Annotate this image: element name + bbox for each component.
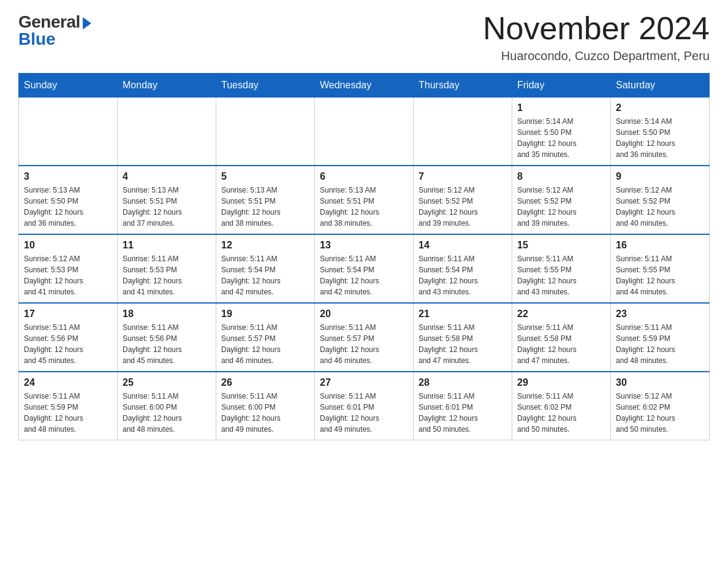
calendar-cell: 21Sunrise: 5:11 AMSunset: 5:58 PMDayligh… xyxy=(414,303,512,372)
day-number: 7 xyxy=(419,171,507,182)
day-info: Sunrise: 5:11 AMSunset: 5:55 PMDaylight:… xyxy=(616,253,704,297)
day-number: 14 xyxy=(419,240,507,251)
day-number: 18 xyxy=(123,308,211,320)
calendar-cell: 14Sunrise: 5:11 AMSunset: 5:54 PMDayligh… xyxy=(414,234,512,303)
day-info: Sunrise: 5:12 AMSunset: 6:02 PMDaylight:… xyxy=(616,391,704,435)
day-info: Sunrise: 5:11 AMSunset: 6:00 PMDaylight:… xyxy=(221,391,309,435)
day-info: Sunrise: 5:11 AMSunset: 5:55 PMDaylight:… xyxy=(517,253,605,297)
day-number: 26 xyxy=(221,377,309,388)
day-number: 12 xyxy=(221,240,309,251)
day-info: Sunrise: 5:12 AMSunset: 5:52 PMDaylight:… xyxy=(616,185,704,229)
day-of-week-header: Friday xyxy=(512,74,611,98)
calendar-cell: 10Sunrise: 5:12 AMSunset: 5:53 PMDayligh… xyxy=(19,234,118,303)
day-info: Sunrise: 5:11 AMSunset: 5:58 PMDaylight:… xyxy=(419,322,507,366)
logo: General Blue xyxy=(18,12,91,49)
title-section: November 2024 Huarocondo, Cuzco Departme… xyxy=(483,12,710,63)
day-number: 29 xyxy=(517,377,605,388)
calendar-cell: 27Sunrise: 5:11 AMSunset: 6:01 PMDayligh… xyxy=(315,372,414,440)
calendar-cell: 17Sunrise: 5:11 AMSunset: 5:56 PMDayligh… xyxy=(19,303,118,372)
day-info: Sunrise: 5:11 AMSunset: 6:00 PMDaylight:… xyxy=(123,391,211,435)
day-info: Sunrise: 5:11 AMSunset: 6:01 PMDaylight:… xyxy=(320,391,408,435)
day-of-week-header: Sunday xyxy=(19,74,118,98)
calendar-cell xyxy=(414,98,512,166)
day-info: Sunrise: 5:11 AMSunset: 6:02 PMDaylight:… xyxy=(517,391,605,435)
day-number: 2 xyxy=(616,102,704,113)
day-info: Sunrise: 5:11 AMSunset: 5:58 PMDaylight:… xyxy=(517,322,605,366)
calendar-cell: 4Sunrise: 5:13 AMSunset: 5:51 PMDaylight… xyxy=(118,166,216,234)
day-number: 20 xyxy=(320,308,408,320)
day-number: 11 xyxy=(123,240,211,251)
day-info: Sunrise: 5:11 AMSunset: 5:54 PMDaylight:… xyxy=(419,253,507,297)
day-info: Sunrise: 5:11 AMSunset: 5:59 PMDaylight:… xyxy=(24,391,112,435)
calendar-cell: 2Sunrise: 5:14 AMSunset: 5:50 PMDaylight… xyxy=(611,98,710,166)
day-number: 13 xyxy=(320,240,408,251)
calendar-cell: 9Sunrise: 5:12 AMSunset: 5:52 PMDaylight… xyxy=(611,166,710,234)
day-info: Sunrise: 5:12 AMSunset: 5:53 PMDaylight:… xyxy=(24,253,112,297)
calendar-week-row: 17Sunrise: 5:11 AMSunset: 5:56 PMDayligh… xyxy=(19,303,710,372)
day-number: 1 xyxy=(517,102,605,113)
calendar-cell: 19Sunrise: 5:11 AMSunset: 5:57 PMDayligh… xyxy=(216,303,315,372)
day-info: Sunrise: 5:14 AMSunset: 5:50 PMDaylight:… xyxy=(517,116,605,160)
day-number: 5 xyxy=(221,171,309,182)
calendar-cell: 3Sunrise: 5:13 AMSunset: 5:50 PMDaylight… xyxy=(19,166,118,234)
calendar-cell: 25Sunrise: 5:11 AMSunset: 6:00 PMDayligh… xyxy=(118,372,216,440)
day-info: Sunrise: 5:11 AMSunset: 5:56 PMDaylight:… xyxy=(24,322,112,366)
calendar-cell: 20Sunrise: 5:11 AMSunset: 5:57 PMDayligh… xyxy=(315,303,414,372)
logo-blue-text: Blue xyxy=(18,29,56,49)
day-info: Sunrise: 5:12 AMSunset: 5:52 PMDaylight:… xyxy=(419,185,507,229)
month-title: November 2024 xyxy=(483,12,710,44)
day-number: 28 xyxy=(419,377,507,388)
calendar-cell: 15Sunrise: 5:11 AMSunset: 5:55 PMDayligh… xyxy=(512,234,611,303)
day-info: Sunrise: 5:13 AMSunset: 5:50 PMDaylight:… xyxy=(24,185,112,229)
calendar-cell xyxy=(216,98,315,166)
day-info: Sunrise: 5:13 AMSunset: 5:51 PMDaylight:… xyxy=(320,185,408,229)
calendar-cell: 1Sunrise: 5:14 AMSunset: 5:50 PMDaylight… xyxy=(512,98,611,166)
calendar-week-row: 10Sunrise: 5:12 AMSunset: 5:53 PMDayligh… xyxy=(19,234,710,303)
calendar-header-row: SundayMondayTuesdayWednesdayThursdayFrid… xyxy=(19,74,710,98)
day-of-week-header: Saturday xyxy=(611,74,710,98)
calendar-week-row: 1Sunrise: 5:14 AMSunset: 5:50 PMDaylight… xyxy=(19,98,710,166)
calendar-cell: 6Sunrise: 5:13 AMSunset: 5:51 PMDaylight… xyxy=(315,166,414,234)
calendar-cell: 7Sunrise: 5:12 AMSunset: 5:52 PMDaylight… xyxy=(414,166,512,234)
day-info: Sunrise: 5:11 AMSunset: 5:56 PMDaylight:… xyxy=(123,322,211,366)
calendar-cell: 30Sunrise: 5:12 AMSunset: 6:02 PMDayligh… xyxy=(611,372,710,440)
calendar-cell xyxy=(19,98,118,166)
calendar-cell: 12Sunrise: 5:11 AMSunset: 5:54 PMDayligh… xyxy=(216,234,315,303)
day-number: 9 xyxy=(616,171,704,182)
day-info: Sunrise: 5:13 AMSunset: 5:51 PMDaylight:… xyxy=(221,185,309,229)
calendar-cell: 29Sunrise: 5:11 AMSunset: 6:02 PMDayligh… xyxy=(512,372,611,440)
calendar-cell: 8Sunrise: 5:12 AMSunset: 5:52 PMDaylight… xyxy=(512,166,611,234)
day-number: 10 xyxy=(24,240,112,251)
calendar-cell: 28Sunrise: 5:11 AMSunset: 6:01 PMDayligh… xyxy=(414,372,512,440)
location-title: Huarocondo, Cuzco Department, Peru xyxy=(483,49,710,63)
day-number: 17 xyxy=(24,308,112,320)
calendar-cell: 5Sunrise: 5:13 AMSunset: 5:51 PMDaylight… xyxy=(216,166,315,234)
day-info: Sunrise: 5:11 AMSunset: 5:57 PMDaylight:… xyxy=(221,322,309,366)
calendar-week-row: 24Sunrise: 5:11 AMSunset: 5:59 PMDayligh… xyxy=(19,372,710,440)
day-number: 24 xyxy=(24,377,112,388)
calendar-cell: 11Sunrise: 5:11 AMSunset: 5:53 PMDayligh… xyxy=(118,234,216,303)
calendar-cell xyxy=(118,98,216,166)
day-info: Sunrise: 5:11 AMSunset: 5:54 PMDaylight:… xyxy=(221,253,309,297)
day-info: Sunrise: 5:11 AMSunset: 6:01 PMDaylight:… xyxy=(419,391,507,435)
day-number: 22 xyxy=(517,308,605,320)
calendar-cell: 22Sunrise: 5:11 AMSunset: 5:58 PMDayligh… xyxy=(512,303,611,372)
day-info: Sunrise: 5:12 AMSunset: 5:52 PMDaylight:… xyxy=(517,185,605,229)
day-info: Sunrise: 5:11 AMSunset: 5:54 PMDaylight:… xyxy=(320,253,408,297)
calendar-cell: 24Sunrise: 5:11 AMSunset: 5:59 PMDayligh… xyxy=(19,372,118,440)
calendar-week-row: 3Sunrise: 5:13 AMSunset: 5:50 PMDaylight… xyxy=(19,166,710,234)
day-number: 6 xyxy=(320,171,408,182)
calendar-cell: 18Sunrise: 5:11 AMSunset: 5:56 PMDayligh… xyxy=(118,303,216,372)
day-number: 3 xyxy=(24,171,112,182)
calendar-cell: 26Sunrise: 5:11 AMSunset: 6:00 PMDayligh… xyxy=(216,372,315,440)
calendar-cell: 16Sunrise: 5:11 AMSunset: 5:55 PMDayligh… xyxy=(611,234,710,303)
day-number: 27 xyxy=(320,377,408,388)
day-number: 25 xyxy=(123,377,211,388)
day-of-week-header: Thursday xyxy=(414,74,512,98)
day-number: 15 xyxy=(517,240,605,251)
calendar-cell: 23Sunrise: 5:11 AMSunset: 5:59 PMDayligh… xyxy=(611,303,710,372)
day-info: Sunrise: 5:13 AMSunset: 5:51 PMDaylight:… xyxy=(123,185,211,229)
day-info: Sunrise: 5:11 AMSunset: 5:57 PMDaylight:… xyxy=(320,322,408,366)
calendar-cell: 13Sunrise: 5:11 AMSunset: 5:54 PMDayligh… xyxy=(315,234,414,303)
day-number: 21 xyxy=(419,308,507,320)
